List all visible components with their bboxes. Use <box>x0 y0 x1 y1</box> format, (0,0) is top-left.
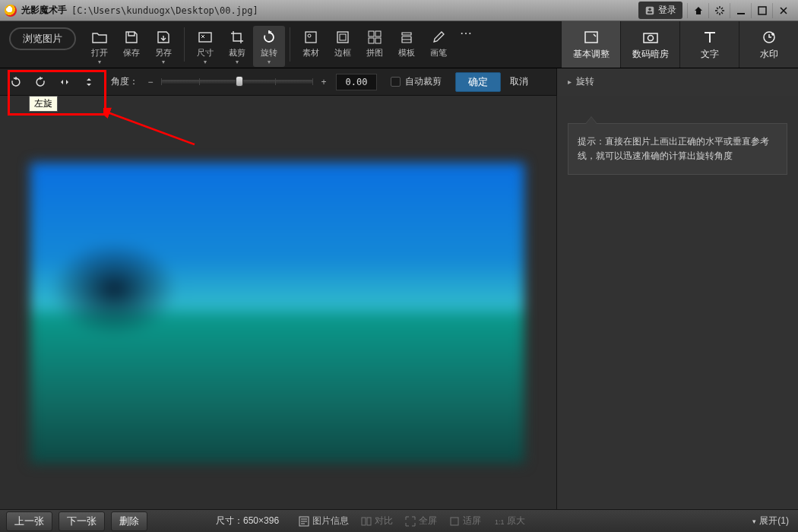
sidepanel-title-bar[interactable]: ▸ 旋转 <box>556 68 798 96</box>
angle-slider[interactable]: − + <box>144 77 330 87</box>
dim-label: 尺寸： <box>216 515 243 526</box>
tab-basic-adjust[interactable]: 基本调整 <box>561 21 620 68</box>
svg-point-7 <box>308 34 311 37</box>
home-button[interactable] <box>687 3 708 18</box>
rotate-button[interactable]: 旋转▾ <box>253 26 285 67</box>
app-title: 光影魔术手 <box>21 4 67 17</box>
compare-button[interactable]: 对比 <box>361 515 393 527</box>
app-icon <box>5 5 17 17</box>
svg-rect-2 <box>648 11 652 13</box>
compare-label: 对比 <box>375 515 393 527</box>
chevron-down-icon: ▾ <box>204 59 207 65</box>
confirm-label: 确定 <box>468 76 488 87</box>
close-button[interactable] <box>772 3 793 18</box>
status-bar: 上一张 下一张 删除 尺寸：650×396 图片信息 对比 全屏 适屏 1:1原… <box>0 509 798 532</box>
original-size-button[interactable]: 1:1原大 <box>493 515 525 527</box>
tab-darkroom[interactable]: 数码暗房 <box>620 21 679 68</box>
fullscreen-button[interactable]: 全屏 <box>405 515 437 527</box>
border-button[interactable]: 边框 <box>327 26 359 60</box>
login-label: 登录 <box>658 4 676 17</box>
template-label: 模板 <box>398 47 415 59</box>
tab-watermark-label: 水印 <box>760 48 778 61</box>
image-info-button[interactable]: 图片信息 <box>299 515 349 527</box>
maximize-button[interactable] <box>751 3 772 18</box>
slider-thumb[interactable] <box>236 76 243 87</box>
login-button[interactable]: 登录 <box>638 2 682 19</box>
material-icon <box>303 27 318 47</box>
auto-crop-checkbox[interactable]: 自动裁剪 <box>391 75 442 88</box>
size-icon <box>197 27 214 47</box>
settings-button[interactable] <box>708 3 730 18</box>
fit-screen-button[interactable]: 适屏 <box>449 515 481 527</box>
next-label: 下一张 <box>67 515 97 527</box>
fit-label: 适屏 <box>463 515 481 527</box>
svg-rect-4 <box>758 7 766 14</box>
fullscreen-label: 全屏 <box>419 515 437 527</box>
camera-icon <box>642 28 659 46</box>
delete-image-button[interactable]: 删除 <box>111 511 147 531</box>
svg-text:1:1: 1:1 <box>495 518 504 526</box>
svg-rect-5 <box>199 33 211 42</box>
tab-text[interactable]: 文字 <box>679 21 739 68</box>
minus-icon[interactable]: − <box>144 77 157 87</box>
canvas-area[interactable] <box>0 96 556 509</box>
saveas-label: 另存 <box>155 47 172 59</box>
tab-watermark[interactable]: 水印 <box>739 21 798 68</box>
material-label: 素材 <box>302 47 319 59</box>
border-icon <box>335 27 350 47</box>
minimize-button[interactable] <box>730 3 751 18</box>
cancel-button[interactable]: 取消 <box>510 75 528 88</box>
cancel-label: 取消 <box>510 76 528 87</box>
slider-track[interactable] <box>161 80 313 84</box>
open-label: 打开 <box>91 47 108 59</box>
brush-icon <box>431 27 446 47</box>
delete-label: 删除 <box>119 515 139 527</box>
next-image-button[interactable]: 下一张 <box>59 511 105 531</box>
template-button[interactable]: 模板 <box>391 26 423 60</box>
angle-label: 角度： <box>111 75 138 88</box>
title-bar: 光影魔术手 [C:\Users\kunduogx\Desktop\00.jpg]… <box>0 0 798 21</box>
chevron-down-icon: ▾ <box>98 59 101 65</box>
tip-text: 直接在图片上画出正确的水平或垂直参考线，就可以迅速准确的计算出旋转角度 <box>578 136 769 161</box>
flip-vertical-button[interactable] <box>81 74 97 90</box>
angle-input[interactable]: 0.00 <box>336 74 377 90</box>
open-button[interactable]: 打开▾ <box>84 26 116 67</box>
svg-rect-3 <box>737 13 745 14</box>
brush-button[interactable]: 画笔 <box>423 26 454 60</box>
svg-rect-9 <box>340 34 346 40</box>
plus-icon[interactable]: + <box>318 77 330 87</box>
svg-rect-11 <box>375 31 381 36</box>
saveas-button[interactable]: 另存▾ <box>147 26 179 67</box>
template-icon <box>399 27 414 47</box>
chevron-down-icon: ▾ <box>162 59 165 65</box>
rotate-left-button[interactable] <box>8 74 24 90</box>
rotate-right-button[interactable] <box>32 74 49 90</box>
svg-rect-6 <box>306 32 316 43</box>
flip-horizontal-button[interactable] <box>56 74 73 90</box>
svg-rect-13 <box>375 38 381 43</box>
image-preview[interactable] <box>30 163 524 464</box>
browse-images-button[interactable]: 浏览图片 <box>9 27 76 50</box>
open-icon <box>91 27 108 47</box>
prev-image-button[interactable]: 上一张 <box>6 511 52 531</box>
user-icon <box>644 5 655 16</box>
border-label: 边框 <box>334 47 351 59</box>
svg-rect-8 <box>337 32 348 43</box>
sidepanel-title: 旋转 <box>576 75 594 88</box>
content: 提示：直接在图片上画出正确的水平或垂直参考线，就可以迅速准确的计算出旋转角度 <box>0 96 798 509</box>
dim-value: 650×396 <box>243 515 279 526</box>
adjust-icon <box>583 28 600 46</box>
toolbar-more-button[interactable]: ⋯ <box>454 26 477 40</box>
angle-value: 0.00 <box>346 77 368 87</box>
confirm-button[interactable]: 确定 <box>455 72 501 92</box>
auto-crop-label: 自动裁剪 <box>405 75 442 88</box>
collage-button[interactable]: 拼图 <box>359 26 391 60</box>
size-button[interactable]: 尺寸▾ <box>189 26 221 67</box>
toolbar-group-edit: 尺寸▾ 裁剪▾ 旋转▾ <box>189 21 285 68</box>
checkbox-icon[interactable] <box>391 77 401 87</box>
material-button[interactable]: 素材 <box>295 26 327 60</box>
expand-panel-button[interactable]: ▾ 展开(1) <box>752 515 789 527</box>
save-button[interactable]: 保存 <box>116 26 147 60</box>
crop-button[interactable]: 裁剪▾ <box>221 26 253 67</box>
toolbar-group-deco: 素材 边框 拼图 模板 画笔 ⋯ <box>295 21 477 68</box>
